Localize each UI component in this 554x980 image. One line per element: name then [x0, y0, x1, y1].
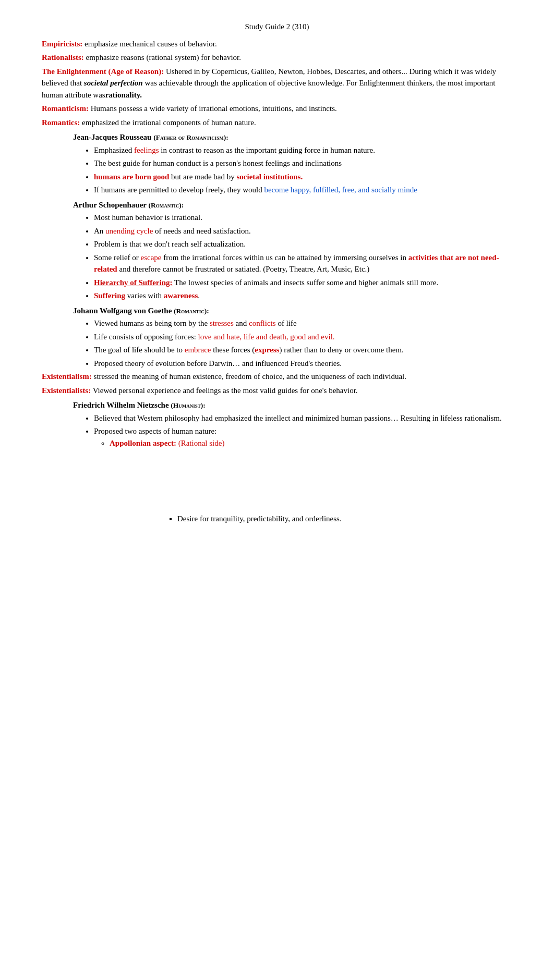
list-item: Emphasized feelings in contrast to reaso…	[94, 144, 512, 156]
enlightenment-label: The Enlightenment (Age of Reason):	[42, 67, 164, 76]
romantics-text: emphasized the irrational components of …	[82, 118, 256, 127]
list-item: Suffering varies with awareness.	[94, 290, 512, 302]
list-item: Desire for tranquility, predictability, …	[177, 513, 512, 525]
list-item: Most human behavior is irrational.	[94, 212, 512, 224]
list-item: Problem is that we don't reach self actu…	[94, 238, 512, 250]
embrace-highlight: embrace	[185, 346, 211, 354]
romanticism-line: Romanticism: Humans possess a wide varie…	[42, 103, 512, 115]
list-item: If humans are permitted to develop freel…	[94, 184, 512, 196]
nietzsche-heading: Friedrich Wilhelm Nietzsche (Humanist):	[42, 399, 512, 411]
appollonian-label: Appollonian aspect:	[110, 439, 176, 447]
list-item: Proposed theory of evolution before Darw…	[94, 358, 512, 370]
empiricists-label: Empiricists:	[42, 40, 82, 48]
appollonian-detail-list: Desire for tranquility, predictability, …	[42, 513, 512, 525]
list-item: Proposed two aspects of human nature: Ap…	[94, 425, 512, 449]
existentialists-line: Existentialists: Viewed personal experie…	[42, 385, 512, 397]
schopenhauer-heading: Arthur Schopenhauer (Romantic):	[42, 199, 512, 211]
unending-cycle-highlight: unending cycle	[105, 227, 153, 235]
born-good-highlight: humans are born good	[94, 173, 169, 181]
list-item: Some relief or escape from the irrationa…	[94, 252, 512, 275]
list-item: The goal of life should be to embrace th…	[94, 344, 512, 356]
escape-highlight: escape	[141, 253, 162, 262]
rationalists-line: Rationalists: emphasize reasons (rationa…	[42, 52, 512, 64]
conflicts-highlight: conflicts	[249, 319, 276, 327]
romantics-line: Romantics: emphasized the irrational com…	[42, 117, 512, 129]
list-item: The best guide for human conduct is a pe…	[94, 157, 512, 169]
list-item: Hierarchy of Suffering: The lowest speci…	[94, 277, 512, 289]
stresses-highlight: stresses	[210, 319, 234, 327]
rousseau-name: Jean-Jacques Rousseau (Father of Romanti…	[73, 133, 228, 141]
existentialism-line: Existentialism: stressed the meaning of …	[42, 371, 512, 383]
opposing-forces-highlight: love and hate, life and death, good and …	[198, 333, 335, 341]
nietzsche-sub-list: Appollonian aspect: (Rational side)	[94, 437, 512, 449]
appollonian-detail-text: Desire for tranquility, predictability, …	[177, 514, 342, 523]
romanticism-text: Humans possess a wide variety of irratio…	[91, 104, 337, 113]
societal-institutions-highlight: societal institutions.	[236, 173, 303, 181]
schopenhauer-name: Arthur Schopenhauer (Romantic):	[73, 201, 184, 209]
enlightenment-line: The Enlightenment (Age of Reason): Usher…	[42, 66, 512, 101]
empiricists-text: emphasize mechanical causes of behavior.	[85, 40, 217, 48]
list-item: An unending cycle of needs and need sati…	[94, 225, 512, 237]
rationalists-text: emphasize reasons (rational system) for …	[86, 53, 241, 62]
romanticism-label: Romanticism:	[42, 104, 89, 113]
schopenhauer-list: Most human behavior is irrational. An un…	[42, 212, 512, 302]
feelings-highlight: feelings	[134, 146, 159, 154]
list-item: humans are born good but are made bad by…	[94, 171, 512, 183]
express-highlight: express	[255, 346, 279, 354]
page-title: Study Guide 2 (310)	[42, 21, 512, 33]
list-item: Believed that Western philosophy had emp…	[94, 412, 512, 424]
list-item: Viewed humans as being torn by the stres…	[94, 317, 512, 329]
rousseau-list: Emphasized feelings in contrast to reaso…	[42, 144, 512, 196]
awareness-highlight: awareness	[164, 291, 198, 300]
list-item: Life consists of opposing forces: love a…	[94, 331, 512, 343]
empiricists-line: Empiricists: emphasize mechanical causes…	[42, 38, 512, 50]
existentialists-label: Existentialists:	[42, 386, 91, 395]
existentialists-text: Viewed personal experience and feelings …	[93, 386, 358, 395]
nietzsche-name: Friedrich Wilhelm Nietzsche (Humanist):	[73, 401, 206, 409]
existentialism-label: Existentialism:	[42, 372, 92, 381]
goethe-name: Johann Wolfgang von Goethe (Romantic):	[73, 307, 209, 315]
suffering-highlight: Suffering	[94, 291, 125, 300]
existentialism-text: stressed the meaning of human existence,…	[94, 372, 406, 381]
become-happy-highlight: become happy, fulfilled, free, and socia…	[262, 186, 417, 194]
appollonian-desc: (Rational side)	[178, 439, 225, 447]
hierarchy-suffering-highlight: Hierarchy of Suffering:	[94, 278, 173, 287]
goethe-list: Viewed humans as being torn by the stres…	[42, 317, 512, 369]
rationalists-label: Rationalists:	[42, 53, 84, 62]
romantics-label: Romantics:	[42, 118, 80, 127]
goethe-heading: Johann Wolfgang von Goethe (Romantic):	[42, 305, 512, 317]
list-item: Appollonian aspect: (Rational side)	[110, 437, 512, 449]
nietzsche-list: Believed that Western philosophy had emp…	[42, 412, 512, 449]
rousseau-heading: Jean-Jacques Rousseau (Father of Romanti…	[42, 131, 512, 143]
